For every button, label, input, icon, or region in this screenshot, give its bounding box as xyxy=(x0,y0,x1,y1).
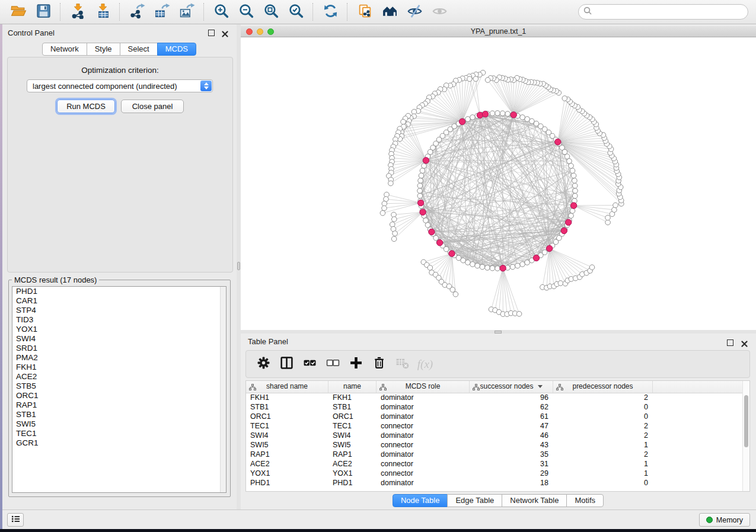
network-node[interactable] xyxy=(485,265,490,271)
network-node[interactable] xyxy=(382,206,387,211)
network-node[interactable] xyxy=(480,264,485,270)
mcds-hub-node[interactable] xyxy=(565,219,571,225)
network-node[interactable] xyxy=(516,312,522,317)
scrollbar-thumb[interactable] xyxy=(744,395,748,447)
mcds-hub-node[interactable] xyxy=(561,227,567,233)
close-panel-icon[interactable] xyxy=(741,339,748,345)
mcds-result-item[interactable]: TID3 xyxy=(12,315,226,325)
mcds-hub-node[interactable] xyxy=(449,251,455,257)
network-node[interactable] xyxy=(470,115,476,120)
table-row[interactable]: PHD1PHD1dominator180 xyxy=(246,478,743,488)
close-panel-icon[interactable] xyxy=(222,29,228,36)
network-node[interactable] xyxy=(495,266,500,271)
network-node[interactable] xyxy=(490,265,495,271)
network-node[interactable] xyxy=(420,168,425,174)
mcds-result-item[interactable]: SRD1 xyxy=(12,344,226,353)
sort-chevron-icon[interactable] xyxy=(538,385,543,388)
mcds-hub-node[interactable] xyxy=(555,139,561,145)
network-node[interactable] xyxy=(393,231,398,236)
memory-button[interactable]: Memory xyxy=(699,513,750,527)
mcds-result-item[interactable]: RAP1 xyxy=(12,400,226,410)
import-network-button[interactable] xyxy=(68,2,87,21)
export-image-button[interactable] xyxy=(177,2,196,21)
network-node[interactable] xyxy=(571,173,576,178)
vertical-splitter[interactable] xyxy=(237,24,241,511)
mcds-result-item[interactable]: STB1 xyxy=(12,410,226,419)
mcds-result-list[interactable]: PHD1CAR1STP4TID3YOX1SWI4SRD1PMA2FKH1ACE2… xyxy=(12,286,227,493)
network-node[interactable] xyxy=(465,117,471,122)
table-row[interactable]: SWI4SWI4dominator462 xyxy=(246,431,743,440)
mcds-result-item[interactable]: FKH1 xyxy=(12,363,226,372)
mcds-hub-node[interactable] xyxy=(482,111,488,117)
network-node[interactable] xyxy=(500,111,505,116)
mcds-result-item[interactable]: STB5 xyxy=(12,382,226,391)
network-node[interactable] xyxy=(422,164,427,169)
network-node[interactable] xyxy=(515,263,521,268)
mcds-hub-node[interactable] xyxy=(423,158,429,164)
splitter-handle-icon[interactable] xyxy=(495,331,502,334)
network-node[interactable] xyxy=(558,281,563,286)
tab-select[interactable]: Select xyxy=(120,43,158,56)
network-node[interactable] xyxy=(390,222,395,227)
network-node[interactable] xyxy=(573,188,578,194)
network-node[interactable] xyxy=(589,265,595,270)
network-node[interactable] xyxy=(388,181,394,186)
network-node[interactable] xyxy=(495,111,500,116)
table-scrollbar[interactable] xyxy=(742,381,749,491)
mcds-hub-node[interactable] xyxy=(500,265,506,271)
first-neighbors-button[interactable] xyxy=(380,2,399,21)
mcds-result-item[interactable]: PMA2 xyxy=(12,353,226,363)
network-node[interactable] xyxy=(605,220,611,225)
network-node[interactable] xyxy=(490,111,495,116)
mcds-result-item[interactable]: PHD1 xyxy=(12,287,226,296)
column-header-shared-name[interactable]: shared name xyxy=(246,381,328,393)
column-settings-gear-button[interactable] xyxy=(254,355,272,373)
network-node[interactable] xyxy=(525,117,530,122)
network-node[interactable] xyxy=(569,164,574,169)
network-node[interactable] xyxy=(417,183,423,188)
equation-builder-button[interactable]: f(x) xyxy=(416,355,434,373)
network-node[interactable] xyxy=(465,260,471,265)
network-node[interactable] xyxy=(475,263,480,268)
float-panel-icon[interactable] xyxy=(208,30,215,36)
refresh-button[interactable] xyxy=(321,2,340,21)
mcds-result-item[interactable]: GCR1 xyxy=(12,438,226,448)
export-table-button[interactable] xyxy=(152,2,171,21)
network-node[interactable] xyxy=(473,76,479,82)
command-panel-button[interactable] xyxy=(7,513,24,527)
network-node[interactable] xyxy=(567,159,572,164)
network-node[interactable] xyxy=(453,291,458,297)
network-node[interactable] xyxy=(572,183,578,188)
tab-style[interactable]: Style xyxy=(87,43,120,56)
network-node[interactable] xyxy=(613,203,618,208)
network-node[interactable] xyxy=(401,119,406,124)
network-node[interactable] xyxy=(505,111,511,117)
network-node[interactable] xyxy=(470,262,476,267)
table-tab-network-table[interactable]: Network Table xyxy=(502,494,567,507)
network-node[interactable] xyxy=(485,78,490,83)
close-panel-button[interactable]: Close panel xyxy=(121,100,184,113)
mcds-hub-node[interactable] xyxy=(436,239,442,245)
import-table-button[interactable] xyxy=(93,2,112,21)
toggle-column-display-button[interactable] xyxy=(277,355,295,373)
network-node[interactable] xyxy=(380,210,385,216)
splitter-handle-icon[interactable] xyxy=(237,262,240,270)
column-header-successor-nodes[interactable]: successor nodes xyxy=(470,381,553,393)
mcds-hub-node[interactable] xyxy=(533,255,539,261)
mcds-hub-node[interactable] xyxy=(511,112,516,118)
network-canvas[interactable] xyxy=(241,37,756,330)
save-button[interactable] xyxy=(34,2,53,21)
export-network-button[interactable] xyxy=(127,2,146,21)
network-node[interactable] xyxy=(572,193,578,198)
network-titlebar[interactable]: YPA_prune.txt_1 xyxy=(241,26,756,37)
search-input[interactable] xyxy=(595,5,748,18)
table-row[interactable]: ORC1ORC1dominator610 xyxy=(246,412,743,421)
mcds-hub-node[interactable] xyxy=(417,200,423,206)
network-from-selection-button[interactable] xyxy=(355,2,374,21)
network-node[interactable] xyxy=(570,168,575,174)
tab-network[interactable]: Network xyxy=(42,43,87,56)
hide-selected-button[interactable] xyxy=(405,2,424,21)
table-row[interactable]: ACE2ACE2connector311 xyxy=(246,459,743,469)
network-node[interactable] xyxy=(391,236,397,242)
network-node[interactable] xyxy=(450,287,455,293)
